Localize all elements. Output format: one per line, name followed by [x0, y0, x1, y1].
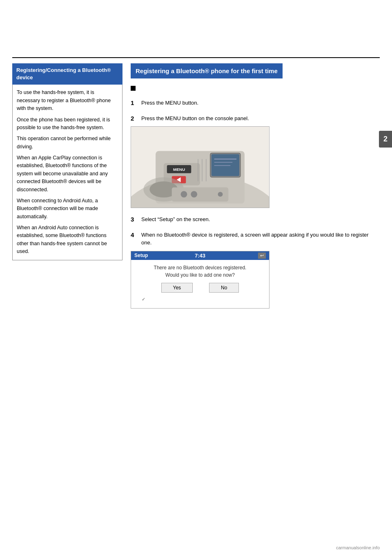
- step-1-label-row: 1 Press the MENU button.: [131, 99, 372, 107]
- left-para-1: To use the hands-free system, it is nece…: [17, 89, 118, 112]
- screen-title: Setup: [134, 253, 148, 258]
- left-para-3: This operation cannot be performed while…: [17, 135, 118, 151]
- back-icon[interactable]: ↩: [258, 253, 266, 259]
- left-para-5: When connecting to Android Auto, a Bluet…: [17, 197, 118, 221]
- checkmark-icon: ✓: [142, 296, 145, 303]
- left-para-6: When an Android Auto connection is estab…: [17, 224, 118, 256]
- step-3-block: 3 Select “Setup” on the screen.: [131, 215, 372, 224]
- right-column: Registering a Bluetooth® phone for the f…: [131, 63, 372, 316]
- step-4-number: 4: [131, 231, 139, 238]
- screen-buttons-row: Yes No: [138, 283, 263, 293]
- screen-message-line1: There are no Bluetooth devices registere…: [138, 264, 263, 271]
- svg-text:MENU: MENU: [173, 167, 185, 172]
- car-dashboard-svg: MENU: [131, 127, 269, 208]
- step-2-label-row: 2 Press the MENU button on the console p…: [131, 114, 372, 123]
- step-1-block: 1 Press the MENU button.: [131, 99, 372, 107]
- svg-point-16: [180, 191, 187, 197]
- step-2-block: 2 Press the MENU button on the console p…: [131, 114, 372, 208]
- right-header-text: Registering a Bluetooth® phone for the f…: [136, 67, 278, 74]
- step-intro-block: [131, 84, 372, 92]
- page-container: 2 Registering/Connecting a Bluetooth® de…: [0, 0, 392, 555]
- no-button[interactable]: No: [209, 283, 239, 293]
- right-section-header: Registering a Bluetooth® phone for the f…: [131, 63, 283, 78]
- step-4-label-row: 4 When no Bluetooth® device is registere…: [131, 231, 372, 247]
- screen-time: 7:43: [195, 253, 205, 259]
- chapter-tab: 2: [379, 131, 392, 148]
- watermark-text: carmanualsonline.info: [336, 545, 380, 550]
- step-2-text: Press the MENU button on the console pan…: [141, 114, 249, 123]
- screen-ui-image: Setup 7:43 ↩ There are no Bluetooth devi…: [131, 251, 270, 309]
- watermark: carmanualsonline.info: [336, 545, 380, 550]
- step-3-label-row: 3 Select “Setup” on the screen.: [131, 215, 372, 224]
- yes-button[interactable]: Yes: [161, 283, 193, 293]
- svg-rect-4: [212, 154, 239, 176]
- screen-message-line2: Would you like to add one now?: [138, 271, 263, 279]
- screen-body: There are no Bluetooth devices registere…: [131, 260, 269, 309]
- left-section-header: Registering/Connecting a Bluetooth® devi…: [12, 63, 122, 85]
- screen-header-bar: Setup 7:43 ↩: [131, 251, 269, 260]
- left-section-content: To use the hands-free system, it is nece…: [12, 85, 122, 260]
- step-1-text: Press the MENU button.: [141, 99, 198, 107]
- left-column: Registering/Connecting a Bluetooth® devi…: [12, 63, 122, 260]
- left-para-4: When an Apple CarPlay connection is esta…: [17, 154, 118, 194]
- screen-bottom-row: ✓: [138, 296, 263, 303]
- left-header-text: Registering/Connecting a Bluetooth® devi…: [16, 67, 111, 81]
- left-para-2: Once the phone has been registered, it i…: [17, 116, 118, 132]
- step-1-number: 1: [131, 99, 139, 106]
- top-divider: [12, 57, 380, 58]
- svg-point-18: [218, 192, 223, 197]
- car-dashboard-image: MENU: [131, 126, 270, 208]
- step-3-number: 3: [131, 216, 139, 223]
- step-3-text: Select “Setup” on the screen.: [141, 215, 210, 224]
- chapter-number: 2: [383, 135, 388, 143]
- square-bullet-icon: [131, 86, 136, 91]
- step-2-number: 2: [131, 115, 139, 122]
- step-4-block: 4 When no Bluetooth® device is registere…: [131, 231, 372, 309]
- svg-point-17: [191, 191, 197, 197]
- step-4-text: When no Bluetooth® device is registered,…: [141, 231, 372, 247]
